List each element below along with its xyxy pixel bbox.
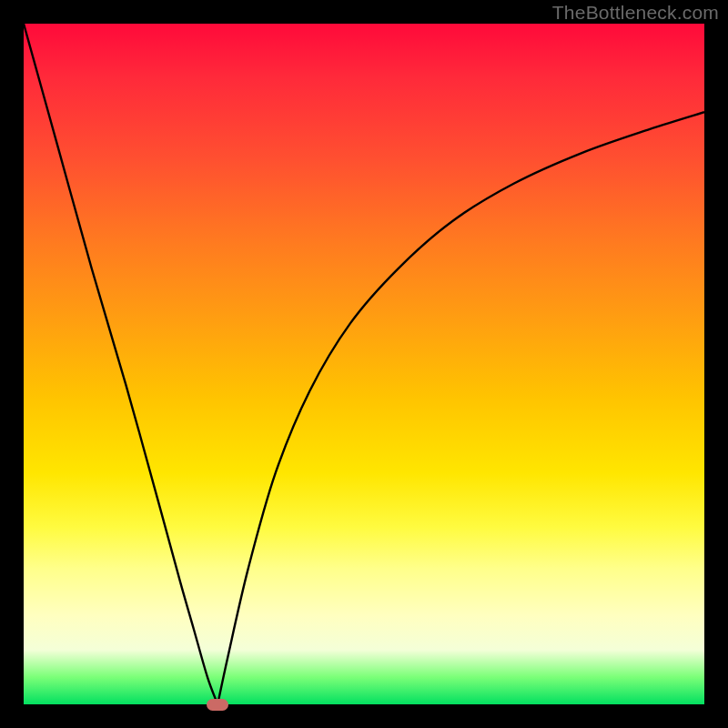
plot-area [24, 24, 704, 704]
watermark-text: TheBottleneck.com [552, 2, 719, 24]
min-marker [207, 699, 228, 711]
chart-frame: TheBottleneck.com [0, 0, 728, 728]
bottleneck-curve [24, 24, 704, 704]
